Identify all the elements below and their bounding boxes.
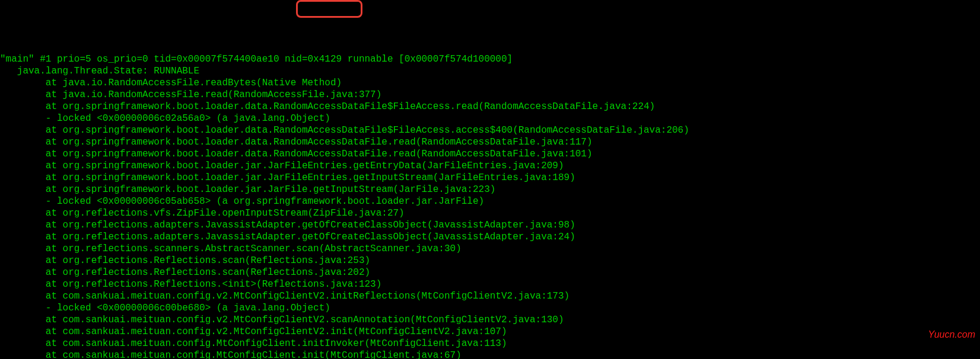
stack-trace-line: at com.sankuai.meituan.config.MtConfigCl… [0, 338, 980, 350]
stack-trace-line: - locked <0x00000006c05ab658> (a org.spr… [0, 195, 980, 207]
stack-trace-line: at org.reflections.vfs.ZipFile.openInput… [0, 207, 980, 219]
stack-trace-line: at java.io.RandomAccessFile.read(RandomA… [0, 89, 980, 101]
stack-trace-line: at org.springframework.boot.loader.data.… [0, 136, 980, 148]
terminal-output: "main" #1 prio=5 os_prio=0 tid=0x00007f5… [0, 53, 980, 359]
stack-trace-line: "main" #1 prio=5 os_prio=0 tid=0x00007f5… [0, 53, 980, 65]
stack-trace-line: at com.sankuai.meituan.config.MtConfigCl… [0, 350, 980, 359]
watermark: Yuucn.com [928, 329, 975, 340]
stack-trace-line: at com.sankuai.meituan.config.v2.MtConfi… [0, 314, 980, 326]
stack-trace-line: at com.sankuai.meituan.config.v2.MtConfi… [0, 326, 980, 338]
stack-trace-line: at org.reflections.Reflections.scan(Refl… [0, 255, 980, 267]
stack-trace-line: at org.springframework.boot.loader.data.… [0, 148, 980, 160]
stack-trace-line: java.lang.Thread.State: RUNNABLE [0, 65, 980, 77]
stack-trace-line: at org.springframework.boot.loader.jar.J… [0, 184, 980, 195]
stack-trace-line: at java.io.RandomAccessFile.readBytes(Na… [0, 77, 980, 89]
stack-trace-line: at org.springframework.boot.loader.data.… [0, 101, 980, 113]
stack-trace-line: at com.sankuai.meituan.config.v2.MtConfi… [0, 290, 980, 302]
stack-trace-line: - locked <0x00000006c02a56a0> (a java.la… [0, 113, 980, 124]
stack-trace-line: at org.reflections.Reflections.<init>(Re… [0, 278, 980, 290]
stack-trace-line: at org.reflections.adapters.JavassistAda… [0, 219, 980, 231]
stack-trace-line: - locked <0x00000006c00be680> (a java.la… [0, 302, 980, 314]
stack-trace-line: at org.reflections.scanners.AbstractScan… [0, 243, 980, 255]
stack-trace-line: at org.springframework.boot.loader.jar.J… [0, 160, 980, 172]
stack-trace-line: at org.springframework.boot.loader.jar.J… [0, 172, 980, 184]
stack-trace-line: at org.reflections.adapters.JavassistAda… [0, 231, 980, 243]
stack-trace-line: at org.reflections.Reflections.scan(Refl… [0, 267, 980, 278]
nid-highlight-box [296, 11, 362, 18]
stack-trace-line: at org.springframework.boot.loader.data.… [0, 124, 980, 136]
